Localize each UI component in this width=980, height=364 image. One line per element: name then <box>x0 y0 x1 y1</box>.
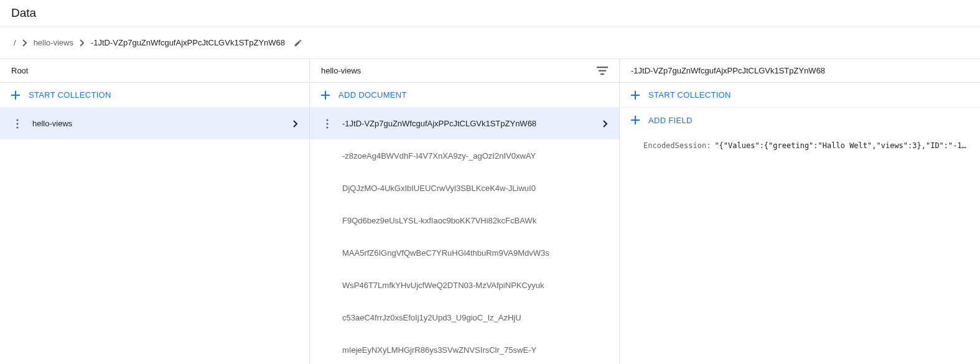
svg-point-0 <box>16 119 18 121</box>
document-row[interactable]: -1JtD-VZp7guZnWfcgufAjxPPcJtCLGVk1STpZYn… <box>310 108 619 139</box>
field-value: "{"Values":{"greeting":"Hallo Welt","vie… <box>714 141 969 150</box>
breadcrumb: / hello-views -1JtD-VZp7guZnWfcgufAjxPPc… <box>0 27 980 59</box>
document-row[interactable]: -z8zoeAg4BWVdhF-I4V7XnXA9zy-_agOzI2nIV0x… <box>310 139 619 172</box>
plus-icon <box>631 116 640 124</box>
document-row[interactable]: WsP46T7LmfkYHvUjcfWeQ2DTN03-MzVAfpiNPKCy… <box>310 269 619 301</box>
document-row[interactable]: MAA5rfZ6IGngVfQwBeC7YRuHGl4thbuRm9VA9Mdv… <box>310 236 619 269</box>
svg-rect-4 <box>599 70 606 71</box>
svg-point-7 <box>326 123 328 124</box>
kebab-icon[interactable] <box>321 119 334 129</box>
svg-rect-5 <box>600 73 604 75</box>
add-document-label: ADD DOCUMENT <box>338 90 407 100</box>
document-row-label: -z8zoeAg4BWVdhF-I4V7XnXA9zy-_agOzI2nIV0x… <box>342 151 608 161</box>
document-row[interactable]: c53aeC4frrJz0xsEfoIj1y2Upd3_U9gioC_Iz_Az… <box>310 301 619 334</box>
svg-rect-3 <box>597 67 608 68</box>
start-collection-label: START COLLECTION <box>29 90 111 100</box>
document-row-label: mIejeEyNXyLMHGjrR86ys3SVwZNVSIrsClr_75sw… <box>342 345 608 355</box>
chevron-right-icon <box>22 39 27 47</box>
document-row-label: c53aeC4frrJz0xsEfoIj1y2Upd3_U9gioC_Iz_Az… <box>342 313 608 322</box>
kebab-icon[interactable] <box>11 119 24 129</box>
breadcrumb-root[interactable]: / <box>14 38 16 47</box>
start-collection-button[interactable]: START COLLECTION <box>620 83 980 108</box>
document-column-header: -1JtD-VZp7guZnWfcgufAjxPPcJtCLGVk1STpZYn… <box>620 59 980 83</box>
collection-column-title: hello-views <box>321 66 361 75</box>
document-row-label: F9Qd6bez9eUsLYSL-kxfIaoc9boKK7VHi82kcFcB… <box>342 216 608 225</box>
add-field-label: ADD FIELD <box>648 116 693 125</box>
field-key: EncodedSession: <box>643 141 711 150</box>
edit-icon[interactable] <box>294 39 302 47</box>
document-row[interactable]: mIejeEyNXyLMHGjrR86ys3SVwZNVSIrsClr_75sw… <box>310 334 619 364</box>
collection-row[interactable]: hello-views <box>0 108 309 139</box>
field-row[interactable]: EncodedSession: "{"Values":{"greeting":"… <box>620 133 980 150</box>
collection-row-label: hello-views <box>24 119 293 128</box>
chevron-right-icon <box>293 120 298 128</box>
document-row-label: WsP46T7LmfkYHvUjcfWeQ2DTN03-MzVAfpiNPKCy… <box>342 281 608 290</box>
filter-icon[interactable] <box>597 67 608 75</box>
plus-icon <box>321 91 330 100</box>
data-explorer: Root START COLLECTION hello-views hello-… <box>0 59 980 364</box>
document-row[interactable]: DjQJzMO-4UkGxIbIUEUCrwVyl3SBLKceK4w-JLiw… <box>310 172 619 204</box>
add-document-button[interactable]: ADD DOCUMENT <box>310 83 619 108</box>
root-column: Root START COLLECTION hello-views <box>0 59 310 364</box>
chevron-right-icon <box>80 39 85 47</box>
start-collection-label: START COLLECTION <box>648 90 731 100</box>
collection-column-header: hello-views <box>310 59 619 83</box>
collection-column: hello-views ADD DOCUMENT -1JtD-VZp7guZnW… <box>310 59 620 364</box>
page-title: Data <box>0 0 980 27</box>
root-column-title: Root <box>11 66 28 75</box>
svg-point-2 <box>16 126 18 128</box>
document-row[interactable]: F9Qd6bez9eUsLYSL-kxfIaoc9boKK7VHi82kcFcB… <box>310 204 619 236</box>
svg-point-1 <box>16 123 18 124</box>
document-row-label: DjQJzMO-4UkGxIbIUEUCrwVyl3SBLKceK4w-JLiw… <box>342 184 608 193</box>
svg-point-6 <box>326 119 328 121</box>
breadcrumb-collection[interactable]: hello-views <box>34 38 73 47</box>
start-collection-button[interactable]: START COLLECTION <box>0 83 309 108</box>
document-row-label: MAA5rfZ6IGngVfQwBeC7YRuHGl4thbuRm9VA9Mdv… <box>342 248 608 258</box>
plus-icon <box>11 91 20 100</box>
breadcrumb-document[interactable]: -1JtD-VZp7guZnWfcgufAjxPPcJtCLGVk1STpZYn… <box>91 38 285 47</box>
document-column: -1JtD-VZp7guZnWfcgufAjxPPcJtCLGVk1STpZYn… <box>620 59 980 364</box>
document-column-title: -1JtD-VZp7guZnWfcgufAjxPPcJtCLGVk1STpZYn… <box>631 66 825 75</box>
document-row-label: -1JtD-VZp7guZnWfcgufAjxPPcJtCLGVk1STpZYn… <box>334 119 603 128</box>
add-field-button[interactable]: ADD FIELD <box>620 108 980 133</box>
root-column-header: Root <box>0 59 309 83</box>
svg-point-8 <box>326 126 328 128</box>
plus-icon <box>631 91 640 100</box>
chevron-right-icon <box>603 120 608 128</box>
